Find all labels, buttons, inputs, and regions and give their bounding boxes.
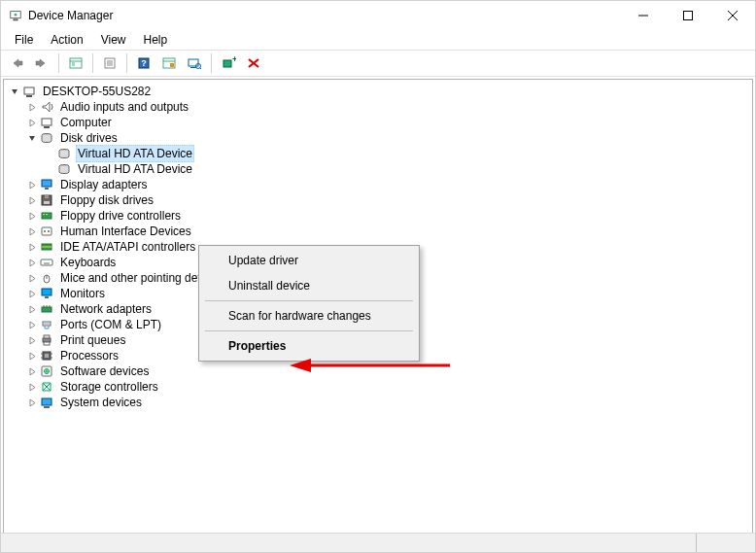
svg-rect-4	[684, 12, 693, 20]
collapse-icon[interactable]	[25, 131, 39, 145]
tree-node-label: Keyboards	[58, 255, 118, 270]
tree-node[interactable]: Computer	[4, 115, 752, 130]
ctx-uninstall-device[interactable]: Uninstall device	[201, 273, 417, 298]
computer-icon	[39, 116, 54, 129]
tree-node[interactable]: Floppy disk drives	[4, 192, 752, 208]
tree-node[interactable]: Storage controllers	[4, 379, 752, 395]
tree-node[interactable]: Display adapters	[4, 177, 752, 192]
forward-button[interactable]	[30, 52, 53, 74]
window-controls	[621, 1, 755, 30]
network-icon	[39, 302, 54, 316]
expand-icon[interactable]	[25, 225, 39, 238]
expand-icon	[43, 162, 56, 176]
menubar: File Action View Help	[1, 30, 755, 50]
cpu-icon	[39, 349, 54, 363]
minimize-button[interactable]	[621, 1, 666, 30]
expand-icon[interactable]	[25, 333, 39, 347]
statusbar-separator	[696, 534, 697, 552]
properties-button[interactable]	[98, 52, 121, 74]
expand-icon[interactable]	[25, 349, 39, 363]
svg-rect-7	[70, 58, 82, 68]
back-button[interactable]	[5, 52, 28, 74]
menu-action[interactable]: Action	[43, 31, 90, 49]
scan-hardware-button[interactable]	[183, 52, 206, 74]
mouse-icon	[39, 271, 54, 285]
ctx-separator	[205, 330, 413, 331]
tree-node[interactable]: System devices	[4, 395, 752, 410]
toolbar-separator	[58, 53, 59, 73]
titlebar: Device Manager	[1, 1, 755, 30]
expand-icon[interactable]	[25, 318, 39, 331]
svg-text:+: +	[232, 56, 236, 64]
tree-node-label: Audio inputs and outputs	[58, 99, 190, 115]
collapse-icon[interactable]	[8, 85, 21, 98]
monitor-icon	[39, 287, 54, 300]
tree-node[interactable]: Virtual HD ATA Device	[4, 161, 752, 177]
add-legacy-hardware-button[interactable]: +	[217, 52, 240, 74]
expand-icon[interactable]	[25, 178, 39, 191]
tree-node[interactable]: Floppy drive controllers	[4, 208, 752, 224]
floppy-icon	[39, 193, 54, 207]
audio-icon	[39, 100, 54, 114]
expand-icon[interactable]	[25, 116, 39, 129]
expand-icon[interactable]	[25, 100, 39, 114]
context-menu: Update driver Uninstall device Scan for …	[198, 245, 420, 362]
uninstall-device-button[interactable]	[242, 52, 265, 74]
tree-node[interactable]: Disk drives	[4, 130, 752, 146]
ctx-update-driver[interactable]: Update driver	[201, 248, 417, 273]
tree-node-label: Virtual HD ATA Device	[76, 145, 194, 162]
tree-node-label: Storage controllers	[58, 379, 160, 395]
action-button[interactable]	[157, 52, 181, 74]
ctx-scan-hardware[interactable]: Scan for hardware changes	[201, 303, 417, 328]
tree-node-label: Print queues	[58, 332, 127, 348]
tree-node[interactable]: Software devices	[4, 363, 752, 379]
tree-node[interactable]: Virtual HD ATA Device	[4, 146, 752, 161]
expand-icon[interactable]	[25, 209, 39, 223]
disk-icon	[56, 147, 72, 160]
toolbar-separator	[211, 53, 212, 73]
app-icon	[9, 9, 22, 22]
computer-icon	[21, 85, 37, 98]
maximize-button[interactable]	[666, 1, 710, 30]
display-icon	[39, 178, 54, 191]
device-tree-panel[interactable]: DESKTOP-55US282Audio inputs and outputsC…	[3, 79, 753, 535]
window-title: Device Manager	[28, 9, 113, 22]
tree-node-label: Floppy drive controllers	[58, 208, 183, 224]
expand-icon[interactable]	[25, 364, 39, 378]
ctx-properties[interactable]: Properties	[201, 333, 417, 359]
expand-icon[interactable]	[25, 302, 39, 316]
disk-icon	[56, 162, 72, 176]
svg-rect-19	[170, 63, 174, 67]
expand-icon[interactable]	[25, 256, 39, 269]
toolbar: ? +	[1, 50, 755, 77]
help-button[interactable]: ?	[132, 52, 155, 74]
expand-icon[interactable]	[25, 193, 39, 207]
svg-rect-1	[13, 19, 17, 21]
close-button[interactable]	[710, 1, 755, 30]
tree-node[interactable]: Audio inputs and outputs	[4, 99, 752, 115]
menu-file[interactable]: File	[7, 31, 41, 49]
tree-node-label: Human Interface Devices	[58, 224, 193, 239]
tree-root[interactable]: DESKTOP-55US282	[4, 84, 752, 99]
tree-node-label: Monitors	[58, 286, 107, 301]
tree-node-label: Network adapters	[58, 301, 154, 317]
tree-node-label: Disk drives	[58, 130, 120, 146]
expand-icon[interactable]	[25, 380, 39, 394]
expand-icon[interactable]	[25, 287, 39, 300]
ide-icon	[39, 240, 54, 254]
tree-node-label: Software devices	[58, 363, 151, 379]
menu-view[interactable]: View	[93, 31, 134, 49]
expand-icon[interactable]	[25, 271, 39, 285]
hid-icon	[39, 225, 54, 238]
svg-rect-24	[223, 60, 231, 67]
floppyctrl-icon	[39, 209, 54, 223]
show-hide-console-tree-button[interactable]	[64, 52, 87, 74]
tree-node[interactable]: Human Interface Devices	[4, 224, 752, 239]
software-icon	[39, 364, 54, 378]
tree-node-label: Computer	[58, 115, 114, 130]
expand-icon[interactable]	[25, 396, 39, 409]
menu-help[interactable]: Help	[136, 31, 176, 49]
ctx-separator	[205, 300, 413, 301]
tree-node-label: System devices	[58, 395, 144, 410]
expand-icon[interactable]	[25, 240, 39, 254]
